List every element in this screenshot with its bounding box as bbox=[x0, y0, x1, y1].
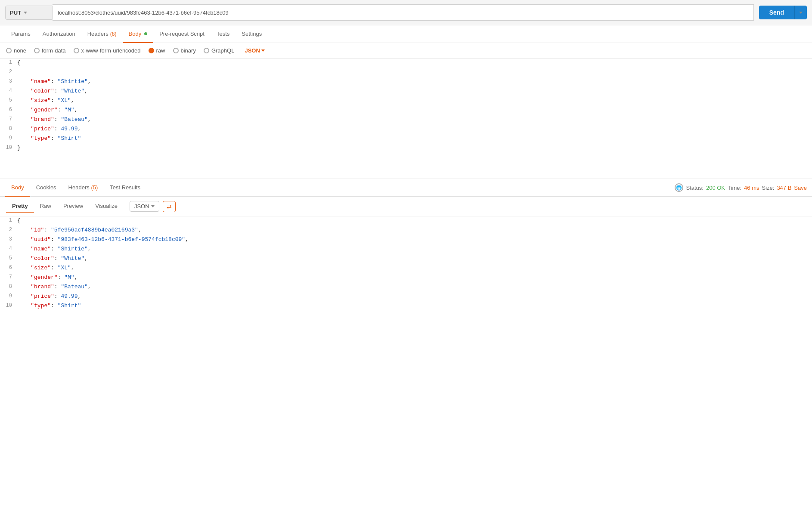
response-meta-bar: 🌐 Status: 200 OK Time: 46 ms Size: 347 B… bbox=[669, 181, 812, 195]
method-selector[interactable]: PUT bbox=[5, 6, 53, 20]
line-content bbox=[17, 68, 812, 70]
line-number: 5 bbox=[0, 254, 17, 261]
line-number: 1 bbox=[0, 59, 17, 65]
code-line: 10 "type": "Shirt" bbox=[0, 302, 812, 311]
line-content: "gender": "M", bbox=[17, 106, 812, 114]
option-raw[interactable]: raw bbox=[149, 47, 165, 54]
response-tab-body[interactable]: Body bbox=[5, 179, 30, 197]
line-number: 10 bbox=[0, 302, 17, 309]
code-line: 2 "id": "5fe956acf4889b4ea02169a3", bbox=[0, 226, 812, 235]
top-bar: PUT Send bbox=[0, 0, 812, 25]
tab-settings[interactable]: Settings bbox=[236, 25, 268, 43]
response-tab-test-results[interactable]: Test Results bbox=[104, 179, 146, 197]
option-none[interactable]: none bbox=[6, 47, 26, 54]
json-format-selector[interactable]: JSON bbox=[245, 47, 264, 54]
line-number: 4 bbox=[0, 87, 17, 94]
line-number: 7 bbox=[0, 273, 17, 280]
response-body-code: 1{2 "id": "5fe956acf4889b4ea02169a3",3 "… bbox=[0, 216, 812, 328]
format-tab-pretty[interactable]: Pretty bbox=[6, 200, 34, 213]
line-content: "type": "Shirt" bbox=[17, 302, 812, 310]
response-format-selector[interactable]: JSON bbox=[130, 201, 159, 212]
code-line: 7 "brand": "Bateau", bbox=[0, 115, 812, 125]
radio-none bbox=[6, 48, 12, 53]
response-toolbar: Pretty Raw Preview Visualize JSON ⇄ bbox=[0, 197, 812, 216]
radio-urlencoded bbox=[74, 48, 79, 53]
send-button[interactable]: Send bbox=[759, 6, 794, 19]
send-chevron-icon bbox=[799, 12, 803, 14]
line-number: 3 bbox=[0, 235, 17, 242]
code-line: 9 "type": "Shirt" bbox=[0, 134, 812, 144]
code-line: 4 "name": "Shirtie", bbox=[0, 245, 812, 254]
code-line: 5 "color": "White", bbox=[0, 254, 812, 264]
line-content: "type": "Shirt" bbox=[17, 134, 812, 142]
line-content: "gender": "M", bbox=[17, 273, 812, 281]
tab-tests[interactable]: Tests bbox=[211, 25, 236, 43]
code-line: 9 "price": 49.99, bbox=[0, 292, 812, 302]
line-content: "color": "White", bbox=[17, 87, 812, 95]
response-section: Body Cookies Headers (5) Test Results 🌐 … bbox=[0, 179, 812, 328]
line-content: } bbox=[17, 144, 812, 152]
line-number: 3 bbox=[0, 77, 17, 84]
request-body-editor[interactable]: 1{23 "name": "Shirtie",4 "color": "White… bbox=[0, 59, 812, 179]
format-tab-raw[interactable]: Raw bbox=[34, 200, 57, 213]
wrap-lines-icon: ⇄ bbox=[167, 203, 172, 210]
option-urlencoded[interactable]: x-www-form-urlencoded bbox=[74, 47, 141, 54]
line-number: 7 bbox=[0, 115, 17, 122]
radio-binary bbox=[173, 48, 179, 53]
code-line: 1{ bbox=[0, 59, 812, 68]
code-line: 10} bbox=[0, 144, 812, 153]
code-line: 7 "gender": "M", bbox=[0, 273, 812, 283]
tab-authorization[interactable]: Authorization bbox=[37, 25, 81, 43]
send-dropdown-button[interactable] bbox=[794, 6, 807, 19]
line-content: "uuid": "983fe463-12b6-4371-b6ef-9574fcb… bbox=[17, 235, 812, 244]
format-tab-preview[interactable]: Preview bbox=[57, 200, 89, 213]
globe-icon: 🌐 bbox=[675, 183, 683, 192]
line-content: "color": "White", bbox=[17, 254, 812, 262]
code-line: 6 "gender": "M", bbox=[0, 106, 812, 115]
response-tab-headers[interactable]: Headers (5) bbox=[62, 179, 104, 197]
tab-body[interactable]: Body bbox=[123, 25, 154, 43]
line-number: 1 bbox=[0, 216, 17, 223]
line-content: "brand": "Bateau", bbox=[17, 283, 812, 291]
radio-graphql bbox=[204, 48, 209, 53]
response-tab-bar: Body Cookies Headers (5) Test Results bbox=[0, 179, 669, 196]
code-line: 4 "color": "White", bbox=[0, 87, 812, 96]
method-label: PUT bbox=[10, 9, 21, 16]
code-line: 6 "size": "XL", bbox=[0, 264, 812, 273]
code-line: 1{ bbox=[0, 216, 812, 226]
option-graphql[interactable]: GraphQL bbox=[204, 47, 234, 54]
option-binary[interactable]: binary bbox=[173, 47, 196, 54]
json-chevron-icon bbox=[261, 49, 265, 52]
line-number: 5 bbox=[0, 96, 17, 103]
line-content: "brand": "Bateau", bbox=[17, 115, 812, 124]
format-tab-visualize[interactable]: Visualize bbox=[89, 200, 124, 213]
body-options-bar: none form-data x-www-form-urlencoded raw… bbox=[0, 43, 812, 59]
line-content: "id": "5fe956acf4889b4ea02169a3", bbox=[17, 226, 812, 234]
wrap-icon-button[interactable]: ⇄ bbox=[163, 201, 176, 212]
response-format-chevron-icon bbox=[151, 205, 155, 207]
line-content: "size": "XL", bbox=[17, 264, 812, 272]
radio-raw bbox=[149, 48, 154, 53]
code-line: 3 "uuid": "983fe463-12b6-4371-b6ef-9574f… bbox=[0, 235, 812, 245]
line-content: { bbox=[17, 216, 812, 225]
line-number: 8 bbox=[0, 283, 17, 290]
option-form-data[interactable]: form-data bbox=[34, 47, 66, 54]
request-tab-bar: Params Authorization Headers (8) Body Pr… bbox=[0, 25, 812, 43]
tab-headers[interactable]: Headers (8) bbox=[81, 25, 123, 43]
line-content: "name": "Shirtie", bbox=[17, 245, 812, 253]
line-number: 6 bbox=[0, 264, 17, 271]
tab-params[interactable]: Params bbox=[5, 25, 37, 43]
send-btn-group: Send bbox=[759, 6, 807, 19]
line-number: 10 bbox=[0, 144, 17, 151]
line-content: { bbox=[17, 59, 812, 67]
line-content: "name": "Shirtie", bbox=[17, 77, 812, 86]
line-number: 2 bbox=[0, 226, 17, 233]
code-line: 8 "brand": "Bateau", bbox=[0, 283, 812, 292]
line-number: 6 bbox=[0, 106, 17, 113]
line-content: "price": 49.99, bbox=[17, 292, 812, 300]
response-tab-cookies[interactable]: Cookies bbox=[30, 179, 62, 197]
url-input[interactable] bbox=[53, 4, 754, 21]
response-tab-row: Body Cookies Headers (5) Test Results 🌐 … bbox=[0, 179, 812, 197]
code-line: 5 "size": "XL", bbox=[0, 96, 812, 106]
tab-pre-request[interactable]: Pre-request Script bbox=[153, 25, 211, 43]
